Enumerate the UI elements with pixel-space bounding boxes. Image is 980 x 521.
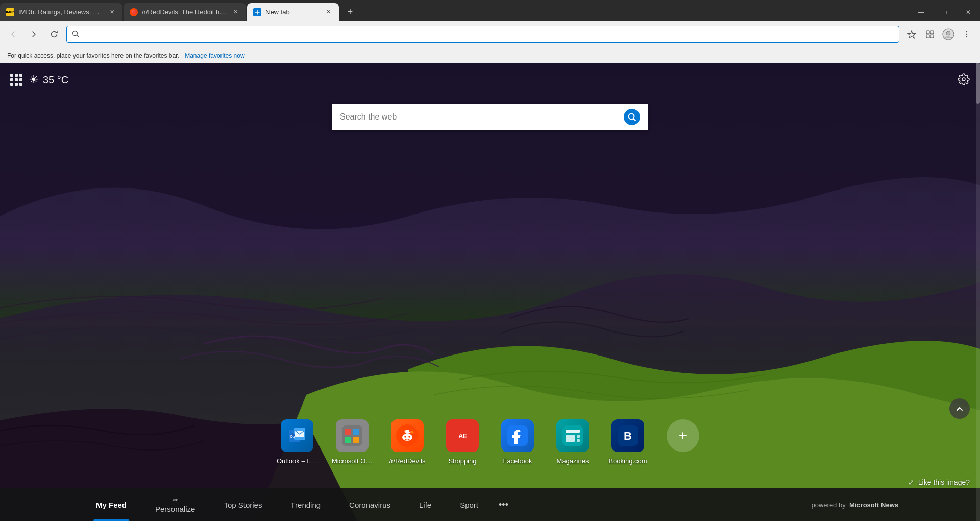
powered-by-brand: Microsoft News: [849, 501, 898, 509]
add-quick-link-button[interactable]: + add: [663, 419, 703, 465]
favorites-bar-hint: For quick access, place your favorites h…: [7, 52, 179, 59]
svg-point-6: [946, 31, 950, 35]
svg-rect-19: [353, 429, 359, 435]
favicon-reddit: 🔴: [130, 8, 138, 16]
tab-newtab[interactable]: New tab ✕: [247, 3, 339, 21]
quick-link-magazines[interactable]: Magazines: [552, 419, 593, 465]
svg-rect-30: [566, 430, 580, 433]
quick-link-icon-magazines: [556, 419, 589, 452]
nav-item-topstories[interactable]: Top Stories: [209, 488, 276, 521]
new-tab-page: ☀ 35 °C: [0, 63, 980, 521]
quick-link-label-magazines: Magazines: [557, 457, 589, 465]
quick-link-outlook[interactable]: Ou Outlook – fre...: [277, 419, 317, 465]
apps-grid-dot: [15, 83, 18, 86]
svg-point-8: [966, 34, 967, 35]
favorites-star-button[interactable]: [903, 26, 920, 42]
quick-link-label-shopping: Shopping: [449, 457, 477, 465]
apps-grid-dot: [15, 78, 18, 81]
powered-by-text: powered by: [811, 501, 845, 509]
nav-item-trending[interactable]: Trending: [276, 488, 335, 521]
tab-close-imdb[interactable]: ✕: [107, 8, 116, 17]
expand-icon: ⤢: [908, 478, 914, 486]
svg-point-25: [408, 436, 410, 438]
powered-by: powered by Microsoft News: [811, 501, 898, 509]
quick-link-reddevils[interactable]: /r/RedDevils: [387, 419, 428, 465]
favicon-imdb: IMDb: [6, 8, 14, 16]
search-container: [332, 104, 648, 130]
menu-button[interactable]: [959, 26, 975, 42]
nav-label-personalize: Personalize: [155, 505, 195, 513]
nav-label-life: Life: [419, 501, 431, 509]
weather-sun-icon: ☀: [29, 73, 39, 86]
quick-link-icon-reddevils: [391, 419, 424, 452]
nav-item-life[interactable]: Life: [405, 488, 446, 521]
svg-rect-17: [342, 425, 362, 446]
nav-label-sport: Sport: [460, 501, 478, 509]
scrollbar-thumb[interactable]: [976, 63, 980, 104]
weather-temperature: 35 °C: [43, 74, 68, 86]
add-link-icon: +: [667, 419, 699, 452]
quick-link-label-outlook: Outlook – fre...: [277, 457, 317, 465]
tab-close-newtab[interactable]: ✕: [324, 8, 333, 17]
tab-imdb[interactable]: IMDb IMDb: Ratings, Reviews, and Wh... ✕: [0, 3, 122, 21]
close-button[interactable]: ✕: [957, 2, 980, 22]
manage-favorites-link[interactable]: Manage favorites now: [185, 52, 244, 59]
quick-link-office[interactable]: Microsoft Offi...: [332, 419, 373, 465]
window-controls: — □ ✕: [910, 3, 980, 21]
apps-grid-dot: [19, 78, 22, 81]
nav-more-button[interactable]: •••: [493, 500, 514, 510]
apps-grid-dot: [10, 83, 13, 86]
tab-reddit[interactable]: 🔴 /r/RedDevils: The Reddit home f... ✕: [124, 3, 246, 21]
search-input[interactable]: [340, 112, 619, 122]
scrollbar[interactable]: [976, 63, 980, 521]
scroll-up-button[interactable]: [949, 398, 970, 419]
nav-label-coronavirus: Coronavirus: [349, 501, 390, 509]
reload-button[interactable]: [46, 26, 62, 42]
svg-rect-3: [926, 35, 929, 38]
apps-grid-button[interactable]: [10, 74, 22, 86]
like-image-area[interactable]: ⤢ Like this image?: [908, 478, 970, 486]
svg-rect-18: [345, 429, 351, 435]
quick-link-label-facebook: Facebook: [503, 457, 532, 465]
apps-grid-dot: [10, 74, 13, 77]
address-input[interactable]: [83, 30, 894, 38]
nav-item-coronavirus[interactable]: Coronavirus: [335, 488, 405, 521]
search-button[interactable]: [624, 109, 640, 125]
favorites-bar: For quick access, place your favorites h…: [0, 48, 980, 63]
nav-label-myfeed: My Feed: [96, 501, 127, 509]
quick-link-label-reddevils: /r/RedDevils: [389, 457, 426, 465]
forward-button[interactable]: [26, 26, 42, 42]
tab-bar: IMDb IMDb: Ratings, Reviews, and Wh... ✕…: [0, 0, 980, 21]
quick-link-shopping[interactable]: AE Shopping: [442, 419, 483, 465]
tab-title-imdb: IMDb: Ratings, Reviews, and Wh...: [18, 8, 103, 16]
top-widgets: ☀ 35 °C: [10, 73, 68, 86]
nav-item-sport[interactable]: Sport: [446, 488, 493, 521]
quick-link-facebook[interactable]: Facebook: [497, 419, 538, 465]
favicon-newtab: [253, 8, 261, 16]
quick-link-booking[interactable]: B Booking.com: [607, 419, 648, 465]
address-search-icon: [72, 30, 79, 39]
tab-title-newtab: New tab: [265, 8, 320, 16]
svg-rect-1: [926, 31, 929, 34]
apps-grid-dot: [19, 83, 22, 86]
quick-links: Ou Outlook – fre... Microsoft Offi...: [277, 419, 703, 465]
nav-bar: [0, 21, 980, 48]
nav-label-topstories: Top Stories: [224, 501, 262, 509]
nav-label-trending: Trending: [290, 501, 321, 509]
apps-grid-dot: [15, 74, 18, 77]
quick-link-icon-outlook: Ou: [281, 419, 313, 452]
svg-text:Ou: Ou: [290, 435, 295, 438]
maximize-button[interactable]: □: [933, 2, 957, 22]
address-bar[interactable]: [66, 26, 899, 43]
back-button[interactable]: [5, 26, 21, 42]
apps-grid-dot: [19, 74, 22, 77]
nav-item-myfeed[interactable]: My Feed: [82, 488, 141, 521]
settings-button[interactable]: [958, 73, 970, 88]
minimize-button[interactable]: —: [910, 2, 933, 22]
collections-button[interactable]: [922, 26, 938, 42]
tab-close-reddit[interactable]: ✕: [231, 8, 240, 17]
new-tab-button[interactable]: +: [342, 4, 358, 20]
profile-button[interactable]: [940, 26, 957, 42]
nav-item-personalize[interactable]: ✏ Personalize: [141, 488, 209, 521]
quick-link-label-booking: Booking.com: [608, 457, 647, 465]
